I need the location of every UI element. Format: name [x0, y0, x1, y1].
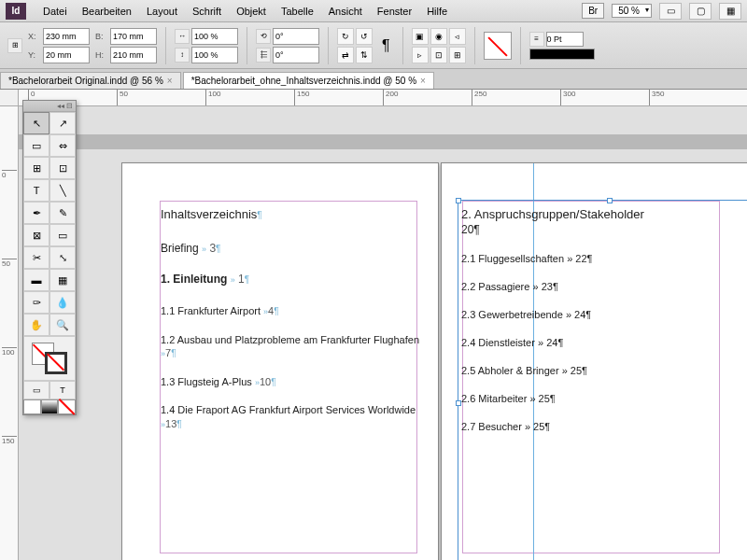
- workspace: 050100150200250300350 050100150 Inhaltsv…: [0, 90, 747, 560]
- shear-icon: ⬱: [256, 48, 271, 63]
- zoom-tool[interactable]: 🔍: [49, 314, 76, 336]
- x-input[interactable]: [43, 28, 90, 45]
- toc-entry: 2.1 Fluggesellschaften » 22¶: [461, 253, 741, 264]
- y-input[interactable]: [43, 47, 90, 63]
- apply-gradient[interactable]: [41, 399, 59, 414]
- reference-point-icon[interactable]: ⊞: [7, 38, 22, 53]
- toc-entry: 2.2 Passagiere » 23¶: [461, 281, 741, 292]
- height-input[interactable]: [110, 47, 157, 63]
- menu-hilfe[interactable]: Hilfe: [419, 2, 455, 21]
- document-tab[interactable]: *Bachelorarbeit_ohne_Inhaltsverzeichnis.…: [183, 72, 434, 89]
- toc-entry: 2.3 Gewerbetreibende » 24¶: [461, 309, 741, 320]
- scale-x-icon: ↔: [175, 29, 190, 44]
- flip-v-icon[interactable]: ⇅: [356, 47, 373, 63]
- toc-frame-right[interactable]: 2. Anspruchsgruppen/Stakeholder 20¶ 2.1 …: [461, 207, 741, 449]
- page-tool[interactable]: ▭: [23, 134, 49, 157]
- toc-entry: 1.2 Ausbau und Platzprobleme am Frankfur…: [161, 333, 431, 360]
- direct-selection-tool[interactable]: ↗: [49, 112, 76, 134]
- view-mode-icon[interactable]: ▭: [659, 3, 682, 20]
- arrange-icon[interactable]: ▦: [719, 3, 741, 20]
- toolbox: ◂◂ ⊟ ↖ ↗ ▭ ⇔ ⊞ ⊡ T ╲ ✒ ✎ ⊠ ▭ ✂ ⤡ ▬ ▦ ✑ 💧…: [22, 100, 77, 415]
- fit-frame-icon[interactable]: ⊞: [449, 47, 466, 63]
- selection-tool[interactable]: ↖: [23, 112, 49, 134]
- toc-entry: 2.5 Abholer & Bringer » 25¶: [461, 365, 741, 376]
- free-transform-tool[interactable]: ⤡: [49, 246, 76, 269]
- apply-none[interactable]: [58, 399, 76, 414]
- scale-y-icon: ↕: [175, 48, 190, 63]
- zoom-dropdown[interactable]: 50 %: [612, 4, 652, 18]
- menu-ansicht[interactable]: Ansicht: [321, 2, 370, 21]
- toc-frame-left[interactable]: Inhaltsverzeichnis¶ Briefing » 3¶1. Einl…: [161, 207, 431, 445]
- scale-x-input[interactable]: [191, 28, 238, 45]
- menu-tabelle[interactable]: Tabelle: [274, 2, 321, 21]
- close-tab-icon[interactable]: ×: [420, 76, 426, 86]
- menu-schrift[interactable]: Schrift: [185, 2, 229, 21]
- menu-bearbeiten[interactable]: Bearbeiten: [75, 2, 139, 21]
- stroke-style-dropdown[interactable]: [529, 49, 595, 60]
- type-tool[interactable]: T: [23, 179, 49, 202]
- toc-entry: Briefing » 3¶: [161, 242, 431, 257]
- width-input[interactable]: [110, 28, 157, 45]
- line-tool[interactable]: ╲: [49, 179, 76, 202]
- select-prev-icon[interactable]: ◃: [449, 28, 466, 45]
- toc-entry: 2.4 Dienstleister » 24¶: [461, 337, 741, 348]
- toc-entry: 1.4 Die Fraport AG Frankfurt Airport Ser…: [161, 403, 431, 430]
- screen-mode-icon[interactable]: ▢: [689, 3, 712, 20]
- select-container-icon[interactable]: ▣: [412, 28, 429, 45]
- toc-entry: 2.7 Besucher » 25¶: [461, 421, 741, 432]
- gap-tool[interactable]: ⇔: [49, 134, 76, 157]
- rotate-cw-icon[interactable]: ↻: [337, 28, 354, 45]
- fit-content-icon[interactable]: ⊡: [430, 47, 447, 63]
- select-content-icon[interactable]: ◉: [430, 28, 447, 45]
- rotate-icon: ⟲: [256, 29, 271, 44]
- formatting-text-icon[interactable]: T: [49, 381, 76, 399]
- menu-datei[interactable]: Datei: [35, 2, 75, 21]
- app-logo: Id: [6, 3, 26, 20]
- eyedropper-tool[interactable]: 💧: [49, 291, 76, 314]
- gradient-feather-tool[interactable]: ▦: [49, 269, 76, 291]
- pencil-tool[interactable]: ✎: [49, 202, 76, 224]
- fill-stroke-proxy[interactable]: [23, 336, 76, 381]
- rotate-ccw-icon[interactable]: ↺: [356, 28, 373, 45]
- fill-stroke-swatch[interactable]: [484, 32, 512, 60]
- rectangle-frame-tool[interactable]: ⊠: [23, 224, 49, 246]
- pasteboard-band: [19, 134, 747, 149]
- ruler-vertical[interactable]: 050100150: [0, 106, 19, 560]
- select-next-icon[interactable]: ▹: [412, 47, 429, 63]
- ruler-horizontal[interactable]: 050100150200250300350: [19, 90, 747, 106]
- paragraph-indicator-icon: ¶: [382, 37, 390, 54]
- content-collector-tool[interactable]: ⊞: [23, 157, 49, 179]
- toc-entry: 1.3 Flugsteig A-Plus »10¶: [161, 375, 431, 389]
- document-tabs: *Bachelorarbeit Original.indd @ 56 %×*Ba…: [0, 69, 747, 90]
- hand-tool[interactable]: ✋: [23, 314, 49, 336]
- control-bar: ⊞ X: Y: B: H: ↔ ↕ ⟲ ⬱ ↻ ↺ ⇄ ⇅ ¶ ▣ ◉ ◃: [0, 22, 747, 69]
- toc-entry: 2.6 Mitarbeiter » 25¶: [461, 393, 741, 404]
- stroke-weight-input[interactable]: [546, 32, 584, 47]
- close-tab-icon[interactable]: ×: [167, 76, 173, 86]
- ruler-origin[interactable]: [0, 90, 19, 106]
- menu-layout[interactable]: Layout: [139, 2, 185, 21]
- canvas[interactable]: Inhaltsverzeichnis¶ Briefing » 3¶1. Einl…: [19, 106, 747, 560]
- shear-input[interactable]: [273, 47, 319, 63]
- toc-entry: 1.1 Frankfurter Airport »4¶: [161, 304, 431, 318]
- rectangle-tool[interactable]: ▭: [49, 224, 76, 246]
- pen-tool[interactable]: ✒: [23, 202, 49, 224]
- apply-color[interactable]: [23, 399, 41, 414]
- menu-objekt[interactable]: Objekt: [229, 2, 274, 21]
- gradient-swatch-tool[interactable]: ▬: [23, 269, 49, 291]
- formatting-container-icon[interactable]: ▭: [23, 381, 49, 399]
- document-tab[interactable]: *Bachelorarbeit Original.indd @ 56 %×: [0, 72, 181, 89]
- menu-fenster[interactable]: Fenster: [370, 2, 419, 21]
- scissors-tool[interactable]: ✂: [23, 246, 49, 269]
- bridge-button[interactable]: Br: [582, 3, 604, 19]
- flip-h-icon[interactable]: ⇄: [337, 47, 354, 63]
- rotate-input[interactable]: [273, 28, 319, 45]
- content-placer-tool[interactable]: ⊡: [49, 157, 76, 179]
- scale-y-input[interactable]: [191, 47, 238, 63]
- toc-entry: 1. Einleitung » 1¶: [161, 273, 431, 287]
- toolbox-collapse[interactable]: ◂◂ ⊟: [23, 101, 76, 112]
- note-tool[interactable]: ✑: [23, 291, 49, 314]
- stroke-weight-icon: ≡: [529, 32, 544, 47]
- menubar: Id DateiBearbeitenLayoutSchriftObjektTab…: [0, 0, 747, 22]
